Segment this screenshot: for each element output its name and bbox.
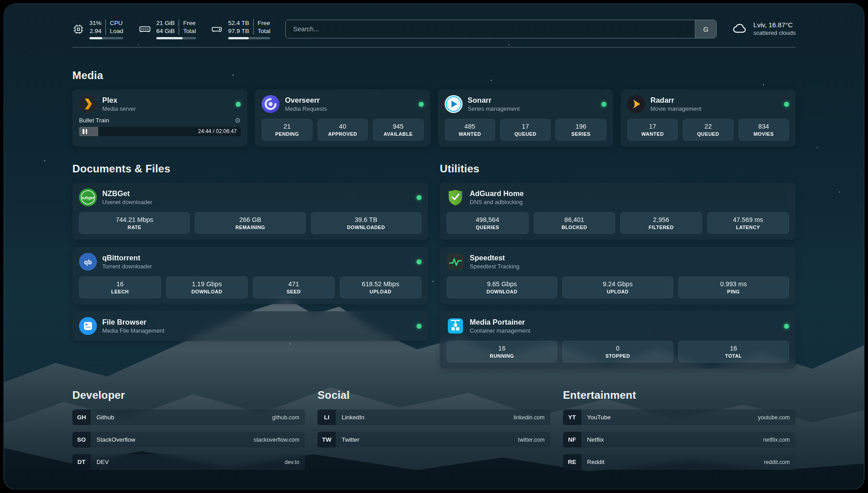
middle-columns: Documents & Files nzbget NZBGet [72, 163, 796, 368]
search-engine-button[interactable]: G [695, 20, 716, 38]
playback-time: 24:44 / 02:06:47 [198, 127, 237, 136]
app-card-qbittorrent[interactable]: qb qBittorrent Torrent downloader 16 LEE… [72, 247, 428, 304]
stat-stopped: 0 STOPPED [562, 341, 673, 363]
stat-upload: 618.52 Mbps UPLOAD [340, 276, 422, 298]
ram-monitor: 21 GiB Free 64 GiB Total [138, 19, 196, 39]
settings-gear-icon[interactable]: ⚙ [235, 117, 241, 124]
disk-total-value: 97.9 TB [228, 27, 249, 35]
portainer-icon [447, 317, 464, 335]
cpu-chip-icon [72, 23, 84, 35]
cloud-icon [732, 20, 748, 38]
stat-blocked: 86,401 BLOCKED [534, 212, 616, 234]
stat-wanted: 485 WANTED [445, 119, 495, 141]
section-title-entertainment: Entertainment [563, 389, 796, 401]
app-card-nzbget[interactable]: nzbget NZBGet Usenet downloader 744.21 M… [72, 183, 428, 240]
section-documents: Documents & Files nzbget NZBGet [72, 163, 428, 368]
app-card-filebrowser[interactable]: File Browser Media File Management [72, 311, 428, 341]
bookmark-name: Reddit [587, 459, 605, 465]
bookmark-abbr: RE [563, 454, 581, 470]
sonarr-icon [445, 95, 463, 113]
app-name: Sonarr [468, 96, 520, 105]
bookmark-name: Netflix [587, 436, 604, 443]
qbittorrent-stats: 16 LEECH 1.19 Gbps DOWNLOAD 471 SEED 6 [79, 276, 421, 298]
stat-seed: 471 SEED [253, 276, 335, 298]
ram-free-label: Free [179, 19, 196, 27]
bookmark-youtube[interactable]: YT YouTube youtube.com [563, 409, 796, 425]
section-utilities: Utilities AdGuard [440, 163, 796, 368]
svg-text:qb: qb [84, 259, 92, 266]
bookmark-dev[interactable]: DT DEV dev.to [72, 454, 305, 470]
search-input[interactable] [286, 20, 695, 38]
topbar: 31% CPU 2.94 Load [72, 18, 796, 40]
adguard-stats: 498,564 QUERIES 86,401 BLOCKED 2,956 FIL… [447, 212, 789, 234]
bookmark-group-developer: Developer GH Github github.com SO StackO… [72, 389, 305, 476]
ram-free-value: 21 GiB [156, 19, 175, 27]
dashboard-content: 31% CPU 2.94 Load [72, 4, 796, 489]
stat-latency: 47.569 ms LATENCY [707, 212, 789, 234]
plex-playback-progress-bar[interactable]: 24:44 / 02:06:47 [79, 127, 241, 136]
stars [4, 4, 5, 5]
bookmark-name: DEV [96, 459, 109, 465]
bookmark-url: twitter.com [518, 437, 545, 443]
bookmark-linkedin[interactable]: LI LinkedIn linkedin.com [317, 409, 550, 425]
app-card-adguard[interactable]: AdGuard Home DNS and adblocking 498,564 … [440, 183, 796, 240]
bookmark-url: github.com [272, 414, 299, 421]
portainer-header: Media Portainer Container management [447, 317, 789, 335]
weather-location: Lviv, 16.87°C [753, 21, 796, 29]
stat-available: 945 AVAILABLE [373, 119, 423, 141]
stat-series: 196 SERIES [555, 119, 606, 141]
app-name: NZBGet [102, 189, 152, 198]
adguard-header: AdGuard Home DNS and adblocking [447, 188, 789, 206]
qbittorrent-header: qb qBittorrent Torrent downloader [79, 253, 421, 271]
qbittorrent-icon: qb [79, 253, 97, 271]
app-subtitle: DNS and adblocking [470, 198, 524, 206]
filebrowser-header: File Browser Media File Management [79, 317, 421, 335]
nzbget-header: nzbget NZBGet Usenet downloader [79, 188, 421, 206]
stat-running: 16 RUNNING [447, 341, 557, 363]
bookmark-stackoverflow[interactable]: SO StackOverflow stackoverflow.com [72, 432, 305, 447]
bookmark-name: LinkedIn [342, 414, 364, 421]
bookmark-reddit[interactable]: RE Reddit reddit.com [563, 454, 796, 470]
radarr-stats: 17 WANTED 22 QUEUED 834 MOVIES [627, 119, 789, 141]
bookmark-url: dev.to [284, 459, 299, 465]
disk-progress-bar [228, 37, 271, 39]
disk-free-label: Free [253, 19, 271, 27]
stat-queued: 17 QUEUED [500, 119, 551, 141]
stat-wanted: 17 WANTED [627, 119, 678, 141]
section-media: Media Plex [72, 69, 796, 146]
stat-total: 16 TOTAL [678, 341, 789, 363]
app-card-speedtest[interactable]: Speedtest Speedtest Tracking 9.65 Gbps D… [440, 247, 796, 304]
topbar-divider [72, 47, 796, 48]
now-playing-title: Bullet Train [79, 117, 109, 124]
overseerr-stats: 21 PENDING 40 APPROVED 945 AVAILABLE [262, 119, 423, 141]
radarr-icon [627, 95, 645, 113]
stat-queries: 498,564 QUERIES [447, 212, 529, 234]
ram-icon [138, 23, 151, 35]
stat-leech: 16 LEECH [79, 276, 161, 298]
bookmark-twitter[interactable]: TW Twitter twitter.com [317, 432, 550, 447]
pause-icon[interactable] [83, 129, 87, 134]
app-name: qBittorrent [102, 253, 152, 263]
bookmark-github[interactable]: GH Github github.com [72, 409, 305, 425]
app-subtitle: Media Requests [285, 105, 327, 113]
app-card-portainer[interactable]: Media Portainer Container management 16 … [440, 311, 796, 368]
status-dot [784, 102, 789, 107]
plex-playback-fill [79, 127, 98, 136]
ram-total-label: Total [179, 27, 196, 35]
section-title-media: Media [72, 69, 796, 82]
nzbget-icon: nzbget [79, 188, 97, 206]
app-card-radarr[interactable]: Radarr Movie management 17 WANTED 22 QUE… [621, 89, 796, 146]
sonarr-stats: 485 WANTED 17 QUEUED 196 SERIES [445, 119, 606, 141]
app-subtitle: Container management [470, 327, 530, 334]
bookmark-netflix[interactable]: NF Netflix netflix.com [563, 432, 796, 447]
app-card-plex[interactable]: Plex Media server Bullet Train ⚙ 24:44 /… [72, 89, 247, 146]
app-card-sonarr[interactable]: Sonarr Series management 485 WANTED 17 Q… [438, 89, 613, 146]
status-dot [417, 259, 421, 264]
disk-free-value: 52.4 TB [228, 19, 249, 27]
search-bar: G [285, 20, 717, 38]
bookmark-url: stackoverflow.com [254, 437, 299, 443]
app-card-overseerr[interactable]: Overseerr Media Requests 21 PENDING 40 A… [255, 89, 430, 146]
stat-approved: 40 APPROVED [317, 119, 368, 141]
weather-widget: Lviv, 16.87°C scattered clouds [732, 20, 796, 38]
stat-movies: 834 MOVIES [739, 119, 789, 141]
